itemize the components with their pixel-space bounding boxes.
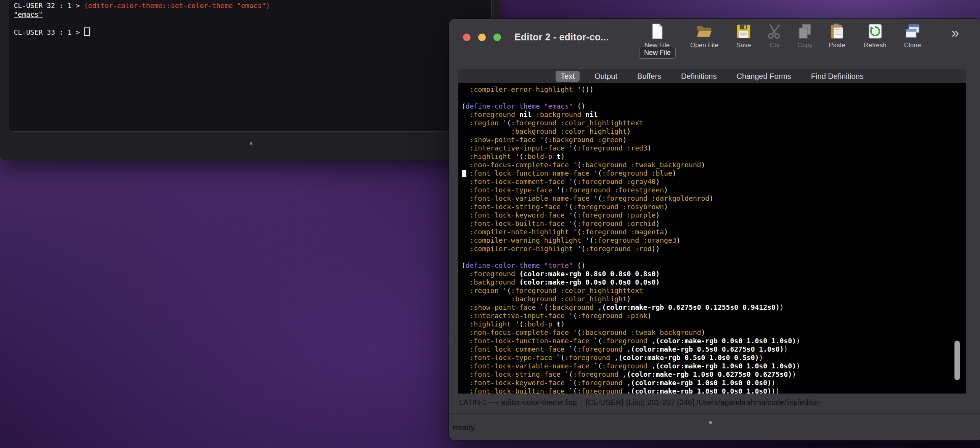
paste-button[interactable]: Paste (822, 22, 852, 49)
open-folder-icon (696, 22, 713, 40)
code-line: :background (color:make-rgb 0.0s0 0.0s0 … (461, 278, 966, 286)
clone-window-icon (904, 22, 921, 40)
code-line: :non-focus-complete-face '(:background :… (461, 328, 966, 337)
code-line: :font-lock-type-face '(:foreground :fore… (461, 186, 966, 194)
editor-window: Editor 2 - editor-co... New File Open Fi… (449, 19, 980, 440)
code-line: :font-lock-comment-face '(:foreground :g… (461, 178, 966, 186)
listener-line: CL-USER 32 : 1 > (editor-color-theme::se… (14, 1, 491, 10)
editor-tabbar: Text Output Buffers Definitions Changed … (458, 69, 966, 83)
window-titlebar[interactable]: Editor 2 - editor-co... New File Open Fi… (449, 19, 980, 69)
tab-find-definitions[interactable]: Find Definitions (806, 71, 869, 82)
open-file-button[interactable]: Open File (689, 22, 720, 49)
code-line: :region '(:foreground :color_highlightte… (461, 119, 966, 127)
cut-button[interactable]: Cut (760, 22, 790, 49)
scrollbar-thumb[interactable] (954, 341, 960, 380)
toolbar-label: Open File (690, 42, 718, 49)
code-line (461, 94, 966, 102)
copy-button[interactable]: Copy (790, 22, 820, 49)
toolbar-label: Refresh (864, 42, 887, 49)
toolbar-label: Copy (797, 42, 813, 49)
code-line: :font-lock-function-name-face '(:foregro… (461, 169, 966, 178)
tab-buffers[interactable]: Buffers (632, 71, 666, 82)
minimize-button[interactable] (478, 34, 486, 41)
tab-output[interactable]: Output (590, 71, 622, 82)
code-line: :font-lock-keyword-face `(:foreground ,(… (461, 379, 966, 387)
scissors-icon (766, 22, 784, 40)
listener-prompt: CL-USER 32 : 1 > (14, 2, 84, 10)
save-button[interactable]: Save (728, 22, 759, 49)
toolbar-label: Cut (770, 42, 780, 49)
code-line: :background :color_highlight) (461, 127, 966, 136)
close-button[interactable] (463, 34, 471, 41)
code-line: :font-lock-comment-face `(:foreground ,(… (461, 345, 966, 354)
listener-result: "emacs" (14, 10, 43, 18)
code-line: (define-color-theme "torte" () (461, 261, 966, 270)
traffic-lights (463, 34, 501, 41)
code-line: :non-focus-complete-face '(:background :… (461, 161, 966, 169)
code-line: :interactive-input-face '(:foreground :r… (461, 144, 966, 152)
code-line: :font-lock-variable-name-face '(:foregro… (461, 194, 966, 203)
listener-blank-line (14, 19, 491, 27)
new-file-icon (648, 22, 666, 40)
code-line: :compiler-error-highlight '()) (461, 85, 966, 94)
code-line: :font-lock-string-face '(:foreground :ro… (461, 203, 966, 211)
clone-button[interactable]: Clone (897, 22, 928, 49)
copy-pages-icon (796, 22, 814, 40)
code-line: :compiler-error-highlight '(:foreground … (461, 245, 966, 253)
code-line: :region '(:foreground :color_highlightte… (461, 286, 966, 295)
code-line: :background :color_highlight) (461, 295, 966, 303)
code-line (461, 253, 966, 261)
toolbar-label: Clone (904, 42, 921, 49)
code-line: :foreground (color:make-rgb 0.8s0 0.8s0 … (461, 270, 966, 278)
code-line: :font-lock-builtin-face '(:foreground :o… (461, 219, 966, 228)
ready-status: Ready. (453, 423, 476, 432)
tab-definitions[interactable]: Definitions (676, 71, 721, 82)
code-line: :font-lock-variable-name-face `(:foregro… (461, 362, 966, 370)
code-line: :font-lock-type-face `(:foreground ,(col… (461, 354, 966, 362)
listener-line: "emacs" (14, 10, 491, 19)
window-title: Editor 2 - editor-co... (514, 32, 609, 43)
tab-text[interactable]: Text (556, 71, 580, 82)
new-file-button[interactable]: New File (642, 22, 672, 49)
listener-output-area[interactable]: CL-USER 32 : 1 > (editor-color-theme::se… (9, 0, 492, 132)
listener-command: (editor-color-theme::set-color-theme "em… (84, 2, 270, 10)
code-line: :interactive-input-face '(:foreground :p… (461, 312, 966, 320)
listener-prompt: CL-USER 33 : 1 > (14, 28, 84, 36)
zoom-button[interactable] (493, 34, 501, 41)
floppy-disk-icon (735, 22, 752, 40)
toolbar-label: Paste (829, 42, 845, 49)
listener-window: CL-USER 32 : 1 > (editor-color-theme::se… (0, 0, 500, 160)
status-line: LATIN-1 ---- editor-color-theme.lisp {CL… (459, 398, 821, 407)
code-line: :font-lock-function-name-face `(:foregro… (461, 337, 966, 345)
code-line: :show-point-face '(:background :green) (461, 136, 966, 144)
toolbar-overflow-chevron-icon[interactable]: » (951, 26, 959, 40)
code-line: :font-lock-keyword-face '(:foreground :p… (461, 211, 966, 219)
listener-bottom-dot (250, 142, 252, 145)
toolbar-label: Save (736, 42, 751, 49)
text-cursor (462, 170, 466, 177)
code-area[interactable]: :compiler-error-highlight '())(define-co… (458, 83, 966, 394)
code-line: :highlight '(:bold-p t) (461, 152, 966, 161)
code-line: :font-lock-string-face `(:foreground ,(c… (461, 370, 966, 379)
code-line: :show-point-face `(:background ,(color:m… (461, 303, 966, 312)
code-line: :compiler-warning-highlight '(:foregroun… (461, 236, 966, 245)
code-line: :highlight '(:bold-p t) (461, 320, 966, 328)
code-line: :foreground nil :background nil (461, 110, 966, 119)
tooltip: New File (639, 47, 676, 59)
refresh-button[interactable]: Refresh (860, 22, 890, 49)
divider (449, 413, 980, 414)
terminal-cursor (84, 27, 90, 36)
editor-pane[interactable]: :compiler-error-highlight '())(define-co… (458, 83, 966, 394)
tab-changed-forms[interactable]: Changed Forms (731, 71, 796, 82)
code-line: :font-lock-builtin-face `(:foreground ,(… (461, 387, 966, 394)
listener-line: CL-USER 33 : 1 > (14, 27, 491, 37)
code-line: :compiler-note-highlight '(:foreground :… (461, 228, 966, 236)
clipboard-icon (828, 22, 846, 40)
refresh-icon (866, 22, 884, 40)
code-line: (define-color-theme "emacs" () (461, 102, 966, 110)
window-bottom-dot (709, 421, 712, 424)
